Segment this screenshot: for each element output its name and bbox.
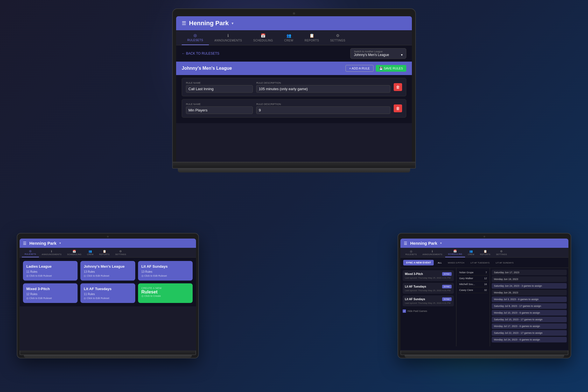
- left-tab-reports[interactable]: 📋 REPORTS: [96, 248, 112, 257]
- tab-settings-label: SETTINGS: [330, 39, 345, 42]
- delete-rule-1-button[interactable]: 🗑: [394, 83, 402, 91]
- left-tab-announcements[interactable]: ℹ ANNOUNCEMENTS: [39, 248, 64, 257]
- sync-sundays-button[interactable]: SYNC: [442, 297, 452, 301]
- create-label: CREATE A NEW: [141, 287, 189, 290]
- right-tab-reports[interactable]: 📋 REPORTS: [477, 248, 493, 257]
- left-tablet-header: ☰ Henning Park ▾: [20, 239, 196, 248]
- league-header: Johnny's Men's League + ADD A RULE 💾 SAV…: [176, 62, 412, 75]
- right-tab-rulesets[interactable]: ◎ RULESETS: [403, 248, 420, 257]
- date-item-2[interactable]: Monday Jun 19, 2023: [492, 276, 567, 282]
- left-tab-settings[interactable]: ⚙ SETTINGS: [113, 248, 129, 257]
- filter-all[interactable]: ALL: [435, 260, 444, 265]
- rulesets-grid: Ladies League 11 Rules ◎ Click to Edit R…: [20, 258, 196, 306]
- rule-desc-field-2: Rule Description: [256, 103, 390, 114]
- right-crew-label: CREW: [468, 253, 474, 255]
- tab-announcements-label: ANNOUNCEMENTS: [214, 39, 242, 42]
- rule-desc-label-2: Rule Description: [256, 103, 390, 106]
- right-tab-crew[interactable]: 👥 CREW: [465, 248, 477, 257]
- sync-tuesdays-button[interactable]: SYNC: [442, 285, 452, 288]
- rule-desc-input-2[interactable]: [256, 106, 390, 114]
- add-rule-button[interactable]: + ADD A RULE: [346, 65, 374, 72]
- right-settings-icon: ⚙: [500, 250, 503, 253]
- sync-tuesdays-name: Lit AF Tuesdays: [405, 285, 426, 288]
- tab-settings[interactable]: ⚙ SETTINGS: [325, 31, 351, 45]
- hide-paid-row: ✓ Hide Paid Games: [403, 308, 454, 314]
- laptop-park-chevron[interactable]: ▾: [232, 21, 234, 25]
- delete-rule-2-button[interactable]: 🗑: [394, 104, 402, 112]
- league-title: Johnny's Men's League: [182, 66, 232, 71]
- tab-reports[interactable]: 📋 REPORTS: [299, 31, 325, 45]
- left-tab-scheduling[interactable]: 📅 SCHEDULING: [64, 248, 84, 257]
- scheduling-body: Mixed 3-Pitch SYNC Last synced: Thursday…: [400, 268, 568, 346]
- scheduling-icon: 📅: [261, 33, 266, 38]
- tab-rulesets[interactable]: ◎ RULESETS: [182, 30, 209, 45]
- sync-mixed-name: Mixed 3-Pitch: [405, 272, 423, 276]
- sync-item-sundays: Lit AF Sundays SYNC Last synced: Thursda…: [403, 295, 454, 306]
- ladies-link: ◎ Click to Edit Ruleset: [26, 274, 74, 277]
- hide-paid-label: Hide Paid Games: [407, 310, 427, 312]
- left-tab-rulesets[interactable]: ◎ RULESETS: [22, 248, 39, 257]
- date-item-3[interactable]: Saturday Jun 24, 2023 - 3 games to assig…: [492, 283, 567, 289]
- date-item-6[interactable]: Saturday Jul 8, 2023 - 17 games to assig…: [492, 303, 567, 309]
- date-item-8[interactable]: Saturday Jul 15, 2023 - 17 games to assi…: [492, 317, 567, 322]
- right-menu-icon[interactable]: ☰: [404, 241, 407, 246]
- right-tab-scheduling[interactable]: 📅 SCHEDULING: [445, 248, 465, 257]
- hide-paid-checkbox[interactable]: ✓: [403, 309, 406, 313]
- rule-desc-label-1: Rule Description: [256, 81, 390, 84]
- ruleset-card-lit-tuesdays[interactable]: Lit AF Tuesdays 11 Rules ◎ Click to Edit…: [80, 283, 135, 303]
- crew-casey-name: Casey Ciere: [459, 289, 473, 291]
- laptop-menu-icon[interactable]: ☰: [182, 20, 186, 26]
- ruleset-card-ladies[interactable]: Ladies League 11 Rules ◎ Click to Edit R…: [23, 261, 78, 281]
- date-item-11[interactable]: Monday Jul 24, 2023 - 6 games to assign: [492, 337, 567, 342]
- lit-tuesdays-title: Lit AF Tuesdays: [84, 287, 132, 291]
- sync-new-event-button[interactable]: SYNC A NEW EVENT: [403, 260, 434, 265]
- back-to-rulesets-link[interactable]: ← BACK TO RULESETS: [182, 52, 219, 55]
- right-rulesets-icon: ◎: [410, 250, 413, 253]
- sync-mixed-button[interactable]: SYNC: [442, 272, 452, 276]
- ruleset-card-lit-sundays[interactable]: Lit AF Sundays 13 Rules ◎ Click to Edit …: [138, 261, 193, 281]
- rule-name-input-1[interactable]: [186, 85, 253, 93]
- left-menu-icon[interactable]: ☰: [23, 241, 27, 246]
- johnnys-rules: 13 Rules: [84, 270, 132, 273]
- laptop-nav: ◎ RULESETS ℹ ANNOUNCEMENTS 📅 SCHEDULING …: [176, 30, 412, 45]
- mixed-rules: 12 Rules: [26, 293, 74, 296]
- rule-row-1: Rule Name Rule Description 🗑: [182, 78, 406, 96]
- left-announcements-icon: ℹ: [51, 250, 52, 253]
- right-crew-icon: 👥: [469, 250, 473, 253]
- tab-crew[interactable]: 👥 CREW: [279, 31, 299, 45]
- date-item-1[interactable]: Saturday Jun 17, 2023: [492, 270, 567, 275]
- announcements-icon: ℹ: [227, 33, 229, 38]
- date-item-9[interactable]: Monday Jul 17, 2023 - 6 games to assign: [492, 323, 567, 329]
- right-reports-label: REPORTS: [480, 253, 490, 255]
- left-scheduling-label: SCHEDULING: [67, 253, 81, 255]
- filter-lit-tuesdays[interactable]: LIT AF TUESDAYS: [468, 260, 492, 265]
- tab-announcements[interactable]: ℹ ANNOUNCEMENTS: [209, 31, 248, 45]
- date-item-10[interactable]: Saturday Jul 22, 2023 - 17 games to assi…: [492, 330, 567, 336]
- left-park-chevron[interactable]: ▾: [59, 241, 61, 245]
- ruleset-card-johnnys[interactable]: Johnny's Men's League 13 Rules ◎ Click t…: [80, 261, 135, 281]
- save-rules-button[interactable]: 💾 SAVE RULES: [376, 65, 406, 72]
- left-reports-label: REPORTS: [99, 253, 109, 255]
- league-select-label: Switch to Another League: [354, 50, 403, 53]
- right-park-chevron[interactable]: ▾: [440, 241, 442, 245]
- league-selector[interactable]: Switch to Another League Johnny's Men's …: [350, 48, 406, 59]
- left-crew-icon: 👥: [88, 250, 92, 253]
- left-tab-crew[interactable]: 👥 CREW: [84, 248, 96, 257]
- date-item-7[interactable]: Monday Jul 10, 2023 - 6 games to assign: [492, 310, 567, 316]
- ruleset-card-create[interactable]: CREATE A NEW Ruleset ◎ Click to Create: [138, 283, 193, 303]
- sync-mixed-date: Last synced: Thursday May 25, 2023 4:31 …: [405, 277, 452, 279]
- tab-scheduling[interactable]: 📅 SCHEDULING: [248, 31, 279, 45]
- filter-lit-sundays[interactable]: LIT AF SUNDAYS: [493, 260, 516, 265]
- rule-name-field-2: Rule Name: [186, 103, 253, 114]
- right-tab-settings[interactable]: ⚙ SETTINGS: [493, 248, 510, 257]
- date-item-4[interactable]: Monday Jun 26, 2023: [492, 290, 567, 295]
- scheduling-content: SYNC A NEW EVENT ALL MIXED 3-PITCH LIT A…: [400, 258, 568, 350]
- crew-gary-num: 12: [484, 277, 487, 280]
- right-settings-label: SETTINGS: [496, 253, 507, 255]
- rule-name-input-2[interactable]: [186, 106, 253, 114]
- ruleset-card-mixed[interactable]: Mixed 3-Pitch 12 Rules ◎ Click to Edit R…: [23, 283, 78, 303]
- right-tab-announcements[interactable]: ℹ ANNOUNCEMENTS: [420, 248, 445, 257]
- filter-mixed[interactable]: MIXED 3-PITCH: [446, 260, 467, 265]
- date-item-5[interactable]: Monday Jul 3, 2023 - 6 games to assign: [492, 297, 567, 302]
- rule-desc-input-1[interactable]: [256, 85, 390, 93]
